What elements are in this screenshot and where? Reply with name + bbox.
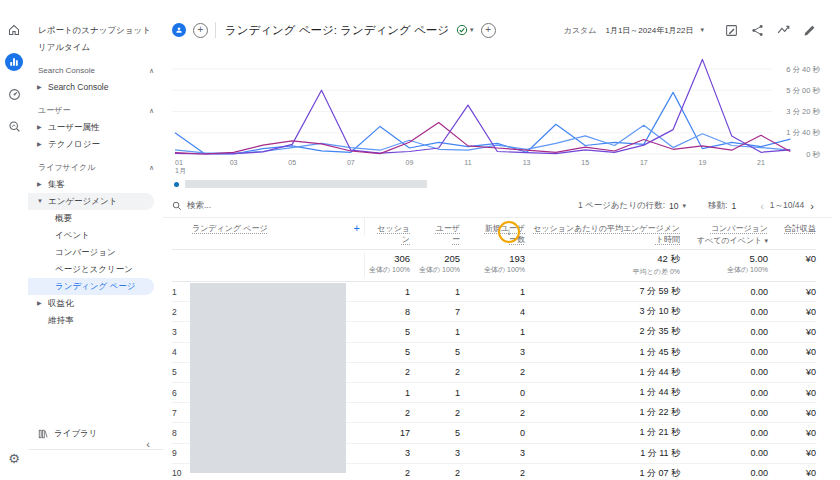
edit-report-icon[interactable]	[803, 24, 816, 37]
add-dimension-button[interactable]: +	[354, 223, 360, 234]
table-cell: 3	[172, 327, 192, 337]
table-cell: ¥0	[768, 287, 816, 297]
table-cell: 5	[365, 327, 410, 337]
sessions-column-header[interactable]: セッション	[365, 218, 410, 246]
sidebar-item[interactable]: ユーザー∧	[28, 102, 164, 119]
table-search-input[interactable]: 検索...	[172, 200, 578, 212]
conversions-column-header[interactable]: コンバージョン すべてのイベント ▾	[680, 218, 768, 247]
svg-text:01: 01	[175, 159, 183, 166]
sidebar-item[interactable]: リアルタイム	[28, 39, 164, 56]
prev-page-icon[interactable]: ‹	[758, 200, 766, 212]
table-cell: 17	[365, 428, 410, 438]
table-cell: 5	[410, 428, 460, 438]
sidebar-item[interactable]: 概要	[28, 210, 164, 227]
sort-desc-icon[interactable]: ↓	[507, 227, 512, 237]
table-cell: 1	[410, 287, 460, 297]
page-range-label: 1～10/44	[770, 200, 805, 212]
table-cell: ¥0	[768, 448, 816, 458]
rows-chevron-down-icon[interactable]: ▾	[683, 202, 687, 210]
segment-chip[interactable]	[172, 23, 186, 37]
chevron-right-icon[interactable]: ▶	[37, 79, 42, 96]
table-cell: 5	[365, 347, 410, 357]
add-metric-button[interactable]: +	[481, 23, 496, 38]
sidebar-item[interactable]: ページとスクリーン	[28, 261, 164, 278]
sidebar-item[interactable]: ▶収益化	[28, 295, 164, 312]
sidebar-item[interactable]: ランディング ページ	[28, 278, 154, 295]
sidebar-item[interactable]: Search Console∧	[28, 62, 164, 79]
sidebar-item[interactable]: ▶ユーザー属性	[28, 119, 164, 136]
engagement-line-chart: 6 分 40 秒5 分 00 秒3 分 20 秒1 分 40 秒0 秒011月0…	[172, 46, 822, 176]
edit-comparison-icon[interactable]	[725, 24, 738, 37]
table-cell: 1 分 21 秒	[525, 426, 680, 439]
conversions-event-filter[interactable]: すべてのイベント ▾	[680, 236, 768, 247]
svg-text:3 分 20 秒: 3 分 20 秒	[786, 107, 820, 116]
table-cell: 0.00	[680, 388, 768, 398]
table-cell: ¥0	[768, 307, 816, 317]
sort-highlight-circle: ↓	[498, 221, 520, 243]
table-cell: 3 分 10 秒	[525, 305, 680, 318]
svg-text:15: 15	[581, 159, 589, 166]
sidebar-item[interactable]: レポートのスナップショット	[28, 22, 164, 39]
table-cell: 2	[460, 408, 525, 418]
collapse-section-icon[interactable]: ∧	[149, 62, 154, 79]
share-icon[interactable]	[751, 24, 764, 37]
home-icon[interactable]	[5, 21, 23, 39]
table-cell: 1	[365, 287, 410, 297]
explore-icon[interactable]	[5, 117, 23, 135]
table-cell: 1	[410, 388, 460, 398]
svg-text:13: 13	[523, 159, 531, 166]
sidebar-item[interactable]: ▶テクノロジー	[28, 136, 164, 153]
chevron-right-icon[interactable]: ▶	[37, 176, 42, 193]
next-page-icon[interactable]: ›	[808, 200, 816, 212]
table-cell: 6	[172, 388, 192, 398]
table-cell: 0.00	[680, 448, 768, 458]
table-cell: 9	[172, 448, 192, 458]
chevron-right-icon[interactable]: ▶	[37, 295, 42, 312]
table-cell: 4	[172, 347, 192, 357]
sidebar-item[interactable]: イベント	[28, 227, 164, 244]
sidebar-item[interactable]: ▶集客	[28, 176, 164, 193]
chevron-right-icon[interactable]: ▶	[37, 119, 42, 136]
svg-text:11: 11	[464, 159, 471, 166]
date-range-picker[interactable]: 1月1日～2024年1月22日	[605, 25, 693, 36]
sidebar-item[interactable]: ▶Search Console	[28, 79, 164, 96]
library-label: ライブラリ	[54, 428, 98, 440]
legend-dot-icon	[174, 182, 179, 187]
table-cell: 1	[410, 327, 460, 337]
collapse-sidebar-button[interactable]: ‹	[146, 438, 150, 450]
advertising-icon[interactable]	[5, 85, 23, 103]
sidebar-item[interactable]: ▼エンゲージメント	[28, 193, 154, 210]
sidebar-item[interactable]: ライフサイクル∧	[28, 159, 164, 176]
svg-text:09: 09	[406, 159, 414, 166]
table-cell: 1	[172, 287, 192, 297]
sidebar-item-library[interactable]: ライブラリ	[28, 425, 164, 443]
engagement-column-header[interactable]: ↓ セッションあたりの平均エンゲージメント時間	[525, 218, 680, 246]
goto-input[interactable]: 1	[731, 201, 736, 211]
add-comparison-button[interactable]: +	[193, 23, 208, 38]
table-cell: 3	[410, 448, 460, 458]
insights-icon[interactable]	[777, 24, 790, 37]
admin-gear-icon[interactable]: ⚙	[8, 451, 20, 466]
goto-label: 移動:	[708, 200, 727, 212]
report-status-badge[interactable]: ▾	[456, 24, 474, 36]
svg-text:07: 07	[347, 159, 355, 166]
rows-per-page-select[interactable]: 10	[669, 201, 678, 211]
sidebar-item[interactable]: 維持率	[28, 312, 164, 329]
collapse-section-icon[interactable]: ∧	[149, 159, 154, 176]
sidebar-item[interactable]: コンバージョン	[28, 244, 164, 261]
users-column-header[interactable]: ユーザー	[410, 218, 460, 246]
report-sidebar: レポートのスナップショットリアルタイムSearch Console∧▶Searc…	[28, 14, 164, 472]
date-chevron-down-icon[interactable]: ▾	[700, 26, 704, 34]
chevron-down-icon: ▾	[470, 26, 474, 34]
table-cell: 7	[410, 307, 460, 317]
table-cell: ¥0	[768, 327, 816, 337]
collapse-section-icon[interactable]: ∧	[149, 102, 154, 119]
landing-page-column-header[interactable]: ランディング ページ +	[192, 218, 365, 235]
chevron-right-icon[interactable]: ▶	[37, 136, 42, 153]
table-cell: 10	[172, 468, 192, 478]
table-cell: 2 分 35 秒	[525, 325, 680, 338]
revenue-column-header[interactable]: 合計収益	[768, 218, 816, 235]
chevron-down-icon[interactable]: ▼	[37, 193, 43, 210]
reports-icon[interactable]	[5, 53, 23, 71]
svg-text:1月: 1月	[175, 167, 186, 175]
